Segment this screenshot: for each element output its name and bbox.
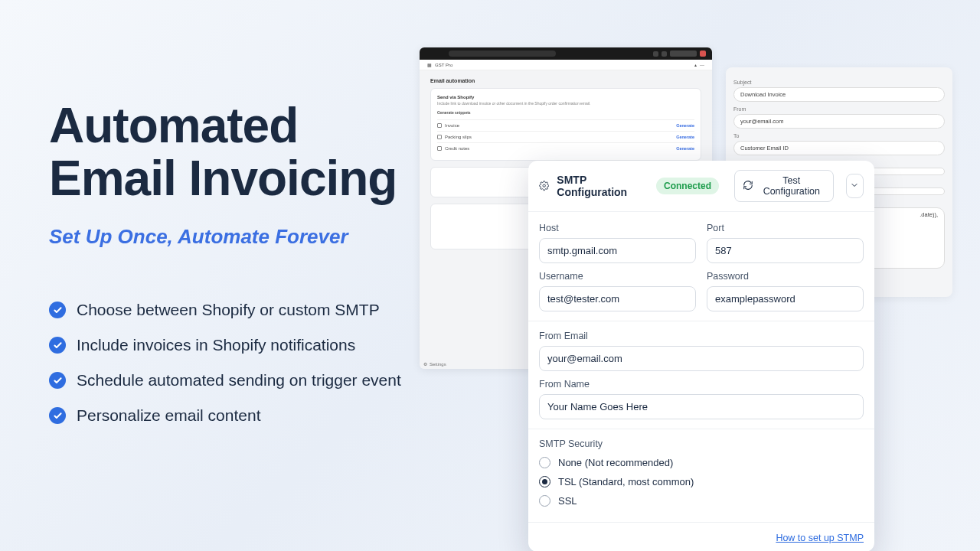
bell-icon: ▴: [694, 62, 697, 67]
from-name-label: From Name: [539, 379, 864, 390]
doc-icon: [437, 135, 442, 139]
port-input[interactable]: [707, 238, 864, 263]
check-icon: [49, 337, 66, 354]
shopify-card-desc: Include link to download invoice or othe…: [437, 101, 694, 106]
generate-link[interactable]: Generate: [676, 146, 694, 151]
feature-list: Choose between Shopify or custom SMTP In…: [49, 301, 447, 425]
check-icon: [49, 372, 66, 389]
doc-icon: [437, 146, 442, 151]
shopify-card-title: Send via Shopify: [437, 95, 694, 99]
username-input[interactable]: [539, 286, 696, 311]
list-item-label: Include invoices in Shopify notification…: [77, 336, 355, 354]
doc-icon: [437, 123, 442, 128]
hero-title: Automated Email Invoicing: [49, 99, 447, 205]
subject-input[interactable]: Download Invoice: [733, 87, 945, 102]
smtp-security-label: SMTP Security: [539, 439, 864, 449]
status-badge: Connected: [656, 178, 719, 194]
radio-ssl[interactable]: [539, 495, 550, 507]
to-input[interactable]: Customer Email ID: [733, 141, 945, 155]
list-item-label: Choose between Shopify or custom SMTP: [77, 301, 380, 319]
section-title: Email automation: [430, 78, 701, 83]
app-name: GST Pro: [435, 63, 452, 67]
list-item-label: Personalize email content: [77, 406, 260, 425]
host-input[interactable]: [539, 238, 696, 263]
list-item-label: Schedule automated sending on trigger ev…: [77, 371, 401, 390]
list-item: Personalize email content: [49, 406, 447, 425]
radio-tsl[interactable]: [539, 476, 550, 487]
smtp-title: SMTP Configuration: [557, 174, 648, 198]
list-item: Include invoices in Shopify notification…: [49, 336, 447, 354]
port-label: Port: [707, 223, 864, 233]
generate-link[interactable]: Generate: [676, 123, 694, 128]
generate-link[interactable]: Generate: [676, 135, 694, 139]
app-icon: ▩: [427, 62, 432, 67]
host-label: Host: [539, 223, 696, 233]
smtp-configuration-card: SMTP Configuration Connected Test Config…: [528, 161, 874, 551]
radio-none[interactable]: [539, 457, 550, 468]
radio-none-label: None (Not recommended): [558, 457, 673, 468]
username-label: Username: [539, 271, 696, 282]
check-icon: [49, 302, 66, 318]
store-badge: [670, 51, 697, 57]
password-label: Password: [707, 271, 864, 282]
test-configuration-button[interactable]: Test Configuration: [734, 170, 834, 202]
refresh-icon: [743, 180, 753, 193]
from-email-label: From Email: [539, 331, 864, 341]
list-item: Schedule automated sending on trigger ev…: [49, 371, 447, 390]
from-input[interactable]: your@email.com: [733, 114, 945, 129]
radio-tsl-label: TSL (Standard, most common): [558, 476, 694, 487]
list-item: Choose between Shopify or custom SMTP: [49, 301, 447, 319]
chevron-down-icon: [850, 181, 859, 192]
gear-icon: [539, 181, 549, 192]
expand-button[interactable]: [846, 174, 864, 198]
from-name-input[interactable]: [539, 394, 864, 419]
radio-ssl-label: SSL: [558, 495, 577, 507]
hero-subtitle: Set Up Once, Automate Forever: [49, 225, 447, 249]
from-email-input[interactable]: [539, 346, 864, 371]
check-icon: [49, 407, 66, 424]
settings-link[interactable]: ⚙Settings: [423, 361, 446, 367]
how-to-link[interactable]: How to set up STMP: [776, 533, 864, 543]
password-input[interactable]: [707, 286, 864, 311]
gear-icon: ⚙: [423, 361, 427, 367]
